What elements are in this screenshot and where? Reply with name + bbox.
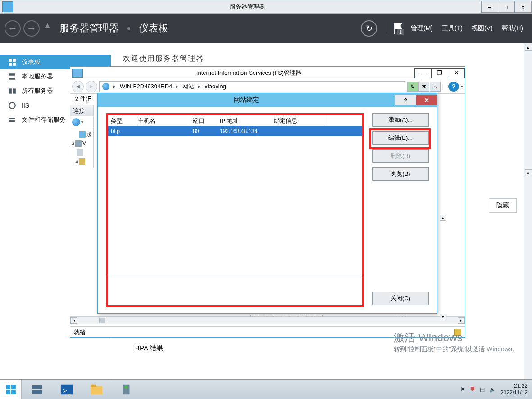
separator bbox=[386, 22, 386, 35]
browse-button[interactable]: 浏览(B) bbox=[372, 167, 429, 181]
scrollbar-horizontal[interactable]: ◂ ▸ bbox=[70, 316, 465, 324]
refresh-icon[interactable]: ↻ bbox=[407, 82, 418, 92]
hide-button[interactable]: 隐藏 bbox=[489, 198, 517, 213]
dialog-title: 网站绑定 bbox=[98, 96, 395, 104]
iis-back-button[interactable]: ◄ bbox=[72, 81, 84, 92]
table-row[interactable]: http 80 192.168.48.134 bbox=[108, 126, 362, 136]
connections-toolbar: ▾ bbox=[70, 116, 93, 128]
iis-window-title: Internet Information Services (IIS)管理器 bbox=[83, 69, 415, 77]
col-info[interactable]: 绑定信息 bbox=[271, 115, 325, 126]
window-maximize-button[interactable]: ❐ bbox=[498, 1, 515, 13]
scrollbar-vertical[interactable]: ▴ ≡ bbox=[524, 43, 532, 379]
iis-close-button[interactable]: ✕ bbox=[448, 68, 465, 78]
col-port[interactable]: 端口 bbox=[190, 115, 217, 126]
sidebar-item-label: 本地服务器 bbox=[22, 73, 53, 81]
bindings-table-highlight: 类型 主机名 端口 IP 地址 绑定信息 http 80 192.168.48.… bbox=[106, 113, 364, 307]
bindings-table[interactable]: 类型 主机名 端口 IP 地址 绑定信息 http 80 192.168.48.… bbox=[108, 115, 362, 275]
svg-rect-10 bbox=[9, 120, 15, 122]
edit-button[interactable]: 编辑(E)... bbox=[372, 131, 429, 145]
home-icon[interactable]: ⌂ bbox=[430, 82, 441, 92]
svg-rect-19 bbox=[91, 386, 102, 394]
status-text: 就绪 bbox=[74, 328, 86, 336]
svg-rect-9 bbox=[9, 118, 15, 119]
sidebar-item-label: 文件和存储服务 bbox=[22, 116, 66, 124]
clock-date: 2022/11/12 bbox=[500, 390, 527, 396]
nav-up-button[interactable]: ▴ bbox=[42, 20, 52, 30]
dialog-close-button[interactable]: ✕ bbox=[416, 95, 437, 105]
scroll-up-icon[interactable]: ▴ bbox=[525, 44, 532, 51]
cell-ip: 192.168.48.134 bbox=[217, 126, 271, 136]
welcome-heading: 欢迎使用服务器管理器 bbox=[111, 43, 532, 64]
breadcrumb-separator: • bbox=[127, 23, 131, 34]
help-icon[interactable]: ? bbox=[448, 82, 459, 92]
svg-rect-13 bbox=[6, 390, 10, 394]
tree-node[interactable]: 起 bbox=[86, 131, 92, 138]
svg-point-22 bbox=[124, 385, 128, 389]
server-node-icon bbox=[75, 140, 82, 147]
svg-rect-14 bbox=[11, 390, 16, 394]
collapse-icon[interactable]: ◢ bbox=[71, 141, 74, 146]
app-pools-icon bbox=[77, 149, 83, 156]
collapse-icon[interactable]: ◢ bbox=[75, 159, 78, 164]
iis-app-icon bbox=[72, 69, 83, 78]
tree-node[interactable]: V bbox=[82, 140, 86, 147]
tray-volume-icon[interactable]: 🔈 bbox=[489, 386, 496, 393]
stop-icon[interactable]: ✖ bbox=[418, 82, 429, 92]
scroll-right-icon[interactable]: ▸ bbox=[458, 317, 465, 324]
bpa-label: BPA 结果 bbox=[135, 344, 163, 353]
nav-back-button[interactable]: ← bbox=[5, 20, 21, 37]
path-segment[interactable]: xiaoxing bbox=[205, 83, 226, 90]
tray-flag-icon[interactable]: ⚑ bbox=[460, 386, 465, 393]
tray-clock[interactable]: 21:22 2022/11/12 bbox=[500, 383, 527, 396]
menu-manage[interactable]: 管理(M) bbox=[411, 24, 433, 32]
path-segment[interactable]: WIN-F2D49304RD4 bbox=[120, 83, 172, 90]
add-button[interactable]: 添加(A)... bbox=[372, 113, 429, 127]
taskbar-iis-icon[interactable] bbox=[112, 381, 141, 399]
taskbar-powershell-icon[interactable]: >_ bbox=[52, 381, 81, 399]
col-host[interactable]: 主机名 bbox=[135, 115, 190, 126]
scroll-up-icon[interactable]: ▴ bbox=[440, 215, 446, 221]
menu-help[interactable]: 帮助(H) bbox=[502, 24, 523, 32]
address-bar[interactable]: ▸ WIN-F2D49304RD4 ▸ 网站 ▸ xiaoxing bbox=[99, 81, 405, 92]
taskbar-explorer-icon[interactable] bbox=[82, 381, 111, 399]
refresh-icon[interactable]: ↻ bbox=[361, 20, 377, 37]
nav-forward-button[interactable]: → bbox=[23, 20, 40, 37]
window-minimize-button[interactable]: — bbox=[481, 1, 498, 13]
connections-tree[interactable]: 起 ◢V ◢ bbox=[70, 128, 93, 168]
svg-rect-20 bbox=[91, 384, 96, 387]
close-button[interactable]: 关闭(C) bbox=[372, 292, 429, 305]
start-button[interactable] bbox=[0, 380, 22, 399]
iis-minimize-button[interactable]: — bbox=[414, 68, 432, 78]
cell-type: http bbox=[108, 126, 135, 136]
window-close-button[interactable]: ✕ bbox=[514, 1, 532, 13]
menu-view[interactable]: 视图(V) bbox=[472, 24, 493, 32]
iis-forward-button[interactable]: ► bbox=[86, 81, 97, 92]
remove-button[interactable]: 删除(R) bbox=[372, 149, 429, 163]
cell-port: 80 bbox=[190, 126, 217, 136]
col-ip[interactable]: IP 地址 bbox=[217, 115, 271, 126]
notifications-flag-icon[interactable]: 1 bbox=[391, 21, 406, 36]
taskbar-server-manager-icon[interactable] bbox=[23, 381, 51, 399]
scroll-thumb[interactable] bbox=[99, 318, 105, 323]
menu-tools[interactable]: 工具(T) bbox=[442, 24, 463, 32]
dialog-help-button[interactable]: ? bbox=[395, 95, 416, 105]
storage-icon bbox=[8, 116, 16, 124]
path-segment[interactable]: 网站 bbox=[182, 83, 194, 91]
breadcrumb-root[interactable]: 服务器管理器 bbox=[59, 23, 119, 34]
iis-icon bbox=[8, 101, 16, 110]
chevron-right-icon: ▸ bbox=[113, 83, 116, 90]
globe-icon[interactable] bbox=[72, 118, 80, 126]
globe-icon bbox=[102, 83, 109, 90]
scroll-left-icon[interactable]: ◂ bbox=[70, 317, 77, 324]
dropdown-arrow-icon[interactable]: ▾ bbox=[461, 84, 463, 89]
scroll-down-icon[interactable]: ▾ bbox=[440, 314, 446, 320]
tray-shield-icon[interactable]: ⛊ bbox=[470, 386, 475, 393]
tray-network-icon[interactable]: ▤ bbox=[480, 386, 485, 393]
svg-point-8 bbox=[9, 102, 15, 109]
dropdown-arrow-icon[interactable]: ▾ bbox=[81, 120, 83, 124]
sidebar-item-label: 仪表板 bbox=[22, 58, 41, 66]
svg-rect-3 bbox=[13, 63, 16, 66]
svg-rect-4 bbox=[9, 73, 15, 76]
iis-maximize-button[interactable]: ❐ bbox=[431, 68, 448, 78]
col-type[interactable]: 类型 bbox=[108, 115, 135, 126]
